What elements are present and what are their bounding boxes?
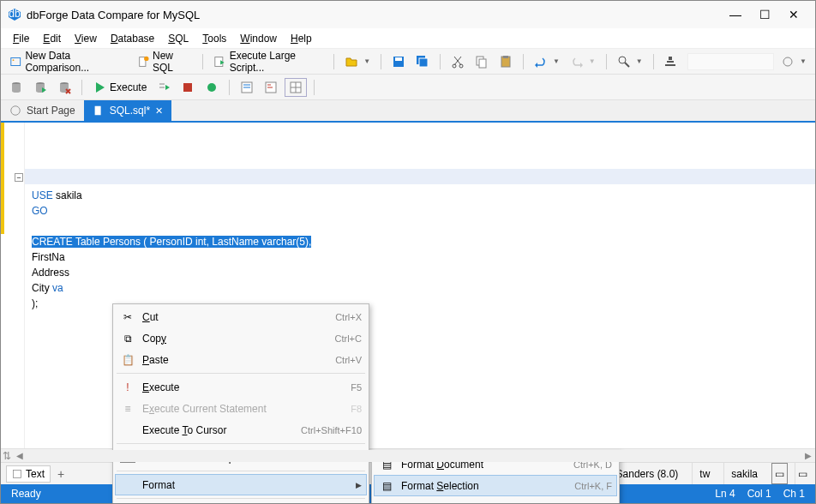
svg-rect-9 — [395, 57, 402, 61]
db-icon-2[interactable] — [30, 78, 51, 97]
status-line: Ln 4 — [715, 488, 735, 500]
search-box[interactable] — [687, 53, 774, 70]
bottom-tab-add[interactable]: + — [57, 467, 64, 481]
format-button[interactable] — [261, 78, 281, 97]
home-icon — [9, 105, 21, 117]
svg-point-47 — [11, 106, 21, 116]
open-button[interactable]: ▼ — [341, 52, 374, 71]
svg-marker-32 — [96, 82, 105, 93]
collapse-toggle[interactable]: − — [15, 173, 23, 182]
svg-rect-2 — [11, 57, 21, 65]
menu-help[interactable]: Help — [284, 31, 319, 46]
new-sql-button[interactable]: New SQL — [134, 52, 196, 71]
tab-sql-file[interactable]: SQL.sql* ✕ — [84, 100, 171, 121]
svg-rect-48 — [94, 106, 100, 116]
redo-button[interactable]: ▼ — [567, 52, 599, 71]
svg-marker-19 — [580, 63, 583, 68]
app-logo-icon: db — [8, 8, 21, 21]
undo-button[interactable]: ▼ — [531, 52, 563, 71]
execute-button[interactable]: Execute — [89, 78, 150, 97]
menu-tools[interactable]: Tools — [195, 31, 233, 46]
svg-rect-22 — [669, 57, 672, 60]
grid-button[interactable] — [285, 78, 307, 97]
ctx-format[interactable]: Format▶ — [115, 474, 367, 495]
svg-marker-18 — [535, 63, 537, 68]
status-col: Col 1 — [747, 488, 771, 500]
maximize-button[interactable]: ☐ — [750, 6, 779, 23]
text-tab-icon — [12, 469, 22, 479]
menu-file[interactable]: File — [6, 31, 36, 46]
filter-button[interactable] — [660, 52, 681, 71]
svg-point-5 — [144, 56, 148, 60]
toolbar-sql: Execute — [1, 75, 815, 100]
cut-icon: ✂ — [120, 311, 135, 323]
comment-button[interactable] — [237, 78, 257, 97]
status-char: Ch 1 — [783, 488, 805, 500]
menu-edit[interactable]: Edit — [36, 31, 68, 46]
execute-step-icon: ≡ — [120, 403, 135, 415]
menu-database[interactable]: Database — [104, 31, 161, 46]
svg-rect-17 — [503, 56, 508, 58]
db-icon-1[interactable] — [6, 78, 27, 97]
stop-button[interactable] — [177, 78, 198, 97]
execute-icon: ! — [120, 381, 135, 393]
find-button[interactable]: ▼ — [614, 52, 646, 71]
save-all-button[interactable] — [412, 52, 433, 71]
options-button[interactable]: ▼ — [777, 52, 810, 71]
ctx-cut[interactable]: ✂CutCtrl+X — [115, 306, 367, 327]
ctx-execute-current: ≡Execute Current StatementF8 — [115, 398, 367, 419]
code-editor[interactable]: − USE sakila GO CREATE Table Persons ( P… — [1, 123, 815, 448]
svg-text:db: db — [9, 8, 21, 20]
paste-icon: 📋 — [120, 354, 135, 366]
svg-rect-24 — [665, 64, 675, 66]
svg-rect-49 — [14, 470, 21, 477]
menu-sql[interactable]: SQL — [161, 31, 195, 46]
cut-button[interactable] — [447, 52, 468, 71]
copy-button[interactable] — [471, 52, 492, 71]
save-button[interactable] — [388, 52, 409, 71]
horizontal-scrollbar[interactable]: ⇅ ◀ ▶ — [1, 448, 815, 462]
paste-button[interactable] — [495, 52, 516, 71]
bottom-tab-text[interactable]: Text — [6, 465, 51, 483]
svg-rect-36 — [183, 83, 192, 92]
svg-point-37 — [207, 83, 216, 92]
status-db1: tw — [692, 463, 717, 484]
svg-point-3 — [13, 59, 15, 61]
sub-format-statement: ▤Format Current StatementCtrl+K, S — [374, 496, 617, 504]
window-title: dbForge Data Compare for MySQL — [27, 9, 721, 21]
ctx-execute-to-cursor[interactable]: Execute To CursorCtrl+Shift+F10 — [115, 419, 367, 441]
execute-step-button[interactable] — [153, 78, 174, 97]
status-view-2[interactable]: ▭ — [795, 463, 810, 484]
close-button[interactable]: ✕ — [779, 6, 808, 23]
ctx-execute[interactable]: !ExecuteF5 — [115, 376, 367, 398]
toolbar-main: New Data Comparison... New SQL Execute L… — [1, 49, 815, 75]
svg-line-21 — [625, 63, 629, 67]
tab-close-button[interactable]: ✕ — [155, 105, 163, 117]
menu-bar: File Edit View Database SQL Tools Window… — [1, 28, 815, 49]
editor-gutter: − — [1, 123, 25, 448]
copy-icon: ⧉ — [120, 333, 135, 345]
menu-window[interactable]: Window — [233, 31, 284, 46]
tab-start-page[interactable]: Start Page — [1, 100, 84, 121]
status-ready: Ready — [11, 488, 41, 500]
minimize-button[interactable]: — — [721, 6, 750, 23]
ctx-paste[interactable]: 📋PasteCtrl+V — [115, 349, 367, 370]
title-bar: db dbForge Data Compare for MySQL — ☐ ✕ — [1, 1, 815, 28]
status-view-1[interactable]: ▭ — [771, 463, 788, 484]
debug-button[interactable] — [201, 78, 222, 97]
svg-rect-23 — [667, 61, 674, 63]
ctx-copy[interactable]: ⧉CopyCtrl+C — [115, 327, 367, 349]
format-sel-icon: ▤ — [379, 480, 394, 492]
sub-format-selection[interactable]: ▤Format SelectionCtrl+K, F — [374, 475, 617, 496]
svg-rect-15 — [479, 59, 486, 68]
menu-view[interactable]: View — [68, 31, 104, 46]
svg-point-20 — [619, 57, 626, 63]
new-comparison-button[interactable]: New Data Comparison... — [6, 52, 130, 71]
document-tabs: Start Page SQL.sql* ✕ — [1, 100, 815, 123]
context-menu: ✂CutCtrl+X ⧉CopyCtrl+C 📋PasteCtrl+V !Exe… — [112, 303, 369, 504]
svg-point-25 — [783, 57, 792, 66]
execute-large-script-button[interactable]: Execute Large Script... — [210, 52, 327, 71]
db-icon-3[interactable] — [54, 78, 75, 97]
svg-rect-11 — [419, 58, 428, 67]
status-db2: sakila — [723, 463, 765, 484]
